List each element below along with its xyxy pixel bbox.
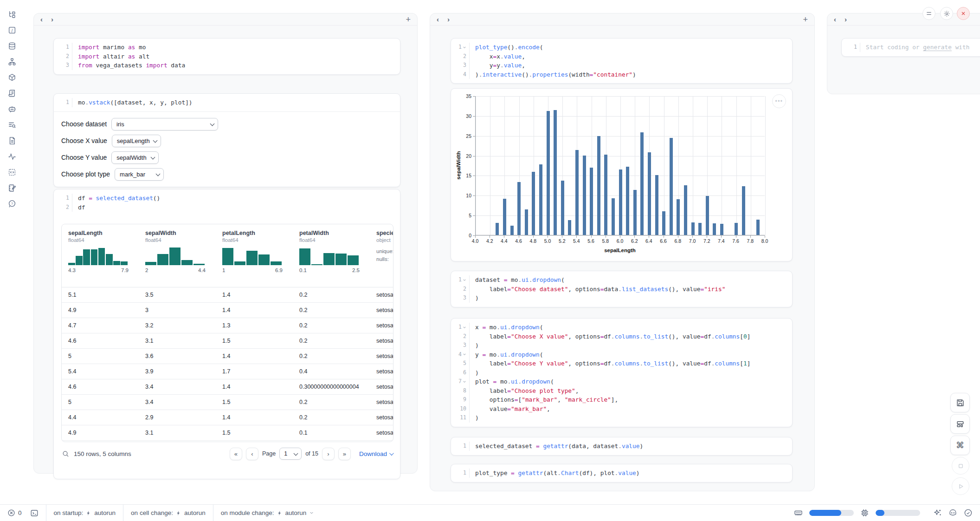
- table-row[interactable]: 4.931.40.2setosa: [62, 303, 393, 318]
- table-cell: 1.5: [222, 338, 230, 344]
- chart-menu-button[interactable]: •••: [772, 94, 786, 108]
- add-cell-button[interactable]: +: [803, 15, 808, 24]
- table-row[interactable]: 53.41.50.2setosa: [62, 395, 393, 410]
- bar-chart[interactable]: [475, 96, 765, 235]
- documentation-icon[interactable]: [8, 137, 16, 145]
- table-row[interactable]: 5.13.51.40.2setosa: [62, 287, 393, 303]
- pane-back-button[interactable]: ‹: [40, 16, 43, 23]
- code-cell-xyplot[interactable]: 1x = mo.ui.dropdown(2 label="Choose X va…: [451, 318, 793, 427]
- terminal-button[interactable]: [30, 509, 39, 517]
- dataframe-table: sepalLengthfloat644.37.9sepalWidthfloat6…: [61, 224, 393, 442]
- table-cell: 4.7: [68, 322, 76, 329]
- run-button[interactable]: [952, 477, 969, 495]
- save-button[interactable]: [950, 393, 970, 412]
- scratchpad-icon[interactable]: [8, 184, 16, 192]
- line-number: 6: [451, 368, 470, 378]
- x-tick-label: 7.6: [728, 238, 744, 244]
- ai-sparkles-button[interactable]: [933, 508, 942, 517]
- stop-button[interactable]: [952, 457, 969, 475]
- column-dtype: object: [376, 237, 393, 243]
- chart-bar: [517, 182, 521, 235]
- column-header[interactable]: petalWidth: [299, 230, 374, 236]
- column-header[interactable]: species: [376, 230, 393, 236]
- prev-page-button[interactable]: ‹: [246, 448, 258, 460]
- functions-icon[interactable]: f: [8, 26, 16, 34]
- file-tree-icon[interactable]: [8, 10, 16, 19]
- pane-forward-button[interactable]: ›: [51, 16, 53, 23]
- code-cell-imports[interactable]: 1import marimo as mo2import altair as al…: [53, 38, 400, 75]
- table-cell: setosa: [376, 322, 393, 329]
- table-row[interactable]: 5.43.91.70.4setosa: [62, 364, 393, 379]
- y-value-dropdown[interactable]: sepalWidth: [111, 151, 159, 164]
- line-number: 1: [451, 442, 470, 451]
- column-header[interactable]: sepalWidth: [145, 230, 219, 236]
- line-number: 3: [451, 293, 470, 303]
- code-line: 4).interactive().properties(width="conta…: [451, 70, 792, 79]
- search-icon[interactable]: [62, 450, 69, 457]
- page-select[interactable]: 1: [279, 448, 302, 460]
- layout-button[interactable]: [950, 414, 970, 434]
- table-row[interactable]: 4.73.21.30.2setosa: [62, 318, 393, 333]
- packages-icon[interactable]: [8, 73, 16, 82]
- menu-button[interactable]: [922, 7, 935, 20]
- chart-bar: [640, 132, 644, 235]
- table-cell: setosa: [376, 292, 393, 298]
- code-cell-selected-dataset[interactable]: 1selected_dataset = getattr(data, datase…: [451, 437, 793, 456]
- ai-chat-icon[interactable]: [8, 105, 16, 113]
- code-cell-plot[interactable]: 1plot_type().encode(2 x=x.value,3 y=y.va…: [451, 38, 793, 84]
- x-tick-label: 7.4: [713, 238, 729, 244]
- connection-status-button[interactable]: [964, 508, 973, 517]
- first-page-button[interactable]: «: [230, 448, 242, 460]
- generate-link[interactable]: generate: [923, 44, 952, 51]
- table-row[interactable]: 53.61.40.2setosa: [62, 349, 393, 364]
- code-cell-df[interactable]: 1df = selected_dataset()2df sepalLengthf…: [53, 189, 400, 479]
- add-cell-button[interactable]: +: [406, 15, 411, 24]
- table-cell: setosa: [376, 414, 393, 421]
- x-value-dropdown[interactable]: sepalLength: [112, 135, 161, 147]
- x-tick-label: 8.0: [757, 238, 773, 244]
- dependency-graph-icon[interactable]: [8, 58, 16, 66]
- snippets-icon[interactable]: [8, 168, 16, 176]
- next-page-button[interactable]: ›: [322, 448, 335, 460]
- table-cell: 0.2: [299, 292, 307, 298]
- last-page-button[interactable]: »: [338, 448, 351, 460]
- editor-placeholder[interactable]: Start coding or generate with: [860, 43, 969, 52]
- logs-icon[interactable]: [8, 89, 16, 98]
- tracing-icon[interactable]: [8, 152, 16, 161]
- datasources-icon[interactable]: [8, 42, 16, 50]
- table-row[interactable]: 4.93.11.50.1setosa: [62, 425, 393, 441]
- x-tick-label: 4.4: [496, 238, 512, 244]
- code-cell-empty[interactable]: 1 Start coding or generate with: [841, 38, 980, 57]
- pane-forward-button[interactable]: ›: [845, 16, 847, 23]
- code-cell-vstack[interactable]: 1mo.vstack([dataset, x, y, plot]) Choose…: [53, 93, 400, 187]
- chart-bar: [720, 224, 723, 235]
- command-palette-button[interactable]: ⌘: [950, 436, 970, 455]
- download-button[interactable]: Download: [359, 450, 393, 457]
- on-startup-toggle[interactable]: on startup: autorun: [54, 509, 116, 516]
- pane-back-button[interactable]: ‹: [437, 16, 439, 23]
- table-cell: 1.3: [222, 322, 230, 329]
- on-module-change-toggle[interactable]: on module change: autorun: [221, 509, 315, 516]
- on-cell-change-toggle[interactable]: on cell change: autorun: [131, 509, 206, 516]
- close-button[interactable]: [957, 7, 970, 20]
- help-icon[interactable]: ?: [8, 200, 16, 208]
- column-header[interactable]: petalLength: [222, 230, 297, 236]
- settings-gear-button[interactable]: [940, 7, 953, 20]
- plot-type-dropdown[interactable]: mark_bar: [115, 168, 164, 181]
- dataset-dropdown[interactable]: iris: [111, 118, 218, 130]
- search-list-icon[interactable]: [8, 121, 16, 129]
- error-indicator[interactable]: 0: [7, 509, 22, 517]
- code-cell-plot-type[interactable]: 1plot_type = getattr(alt.Chart(df), plot…: [451, 464, 793, 482]
- x-tick-label: 6.4: [641, 238, 657, 244]
- copilot-button[interactable]: [948, 508, 957, 517]
- pane-forward-button[interactable]: ›: [447, 16, 450, 23]
- table-row[interactable]: 4.42.91.40.2setosa: [62, 410, 393, 425]
- pane-back-button[interactable]: ‹: [834, 16, 836, 23]
- table-cell: 3.4: [145, 384, 153, 390]
- column-header[interactable]: sepalLength: [68, 230, 142, 236]
- table-row[interactable]: 4.63.11.50.2setosa: [62, 333, 393, 349]
- status-bar: 0 on startup: autorun on cell change: au…: [0, 504, 980, 521]
- table-row[interactable]: 4.63.41.40.30000000000000004setosa: [62, 379, 393, 395]
- code-cell-dataset[interactable]: 1dataset = mo.ui.dropdown(2 label="Choos…: [451, 271, 793, 307]
- code-line: 1x = mo.ui.dropdown(: [451, 323, 792, 332]
